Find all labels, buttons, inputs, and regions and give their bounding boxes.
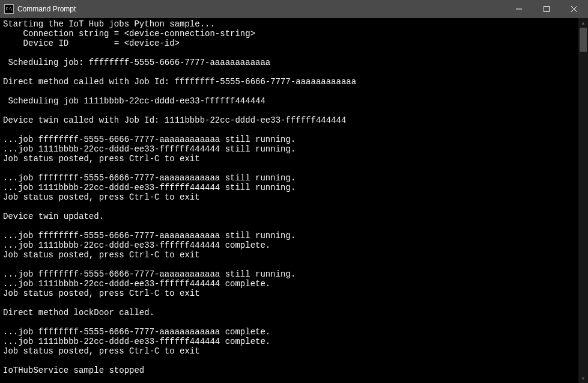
maximize-icon	[544, 6, 550, 12]
terminal-line	[3, 202, 588, 212]
terminal-line: ...job ffffffff-5555-6666-7777-aaaaaaaaa…	[3, 173, 588, 183]
terminal-line: ...job 1111bbbb-22cc-dddd-ee33-ffffff444…	[3, 144, 588, 154]
svg-rect-1	[544, 7, 550, 12]
app-icon-text: C:\	[5, 7, 12, 11]
terminal-line: ...job 1111bbbb-22cc-dddd-ee33-ffffff444…	[3, 183, 588, 192]
terminal-line: Connection string = <device-connection-s…	[3, 29, 588, 38]
terminal-line: Job status posted, press Ctrl-C to exit	[3, 346, 588, 356]
close-button[interactable]	[560, 0, 588, 18]
maximize-button[interactable]	[533, 0, 560, 18]
terminal-line: ...job ffffffff-5555-6666-7777-aaaaaaaaa…	[3, 269, 588, 279]
terminal-line: IoTHubService sample stopped	[3, 366, 588, 375]
terminal-line	[3, 221, 588, 231]
minimize-button[interactable]	[505, 0, 533, 18]
close-icon	[571, 6, 577, 12]
terminal-line	[3, 260, 588, 269]
terminal-line	[3, 106, 588, 115]
terminal-line	[3, 48, 588, 58]
chevron-down-icon: ▼	[582, 376, 585, 381]
terminal-line: ...job 1111bbbb-22cc-dddd-ee33-ffffff444…	[3, 337, 588, 346]
scrollbar-up-button[interactable]: ▲	[578, 18, 588, 28]
terminal-line: ...job ffffffff-5555-6666-7777-aaaaaaaaa…	[3, 135, 588, 144]
terminal-line: Device twin called with Job Id: 1111bbbb…	[3, 115, 588, 125]
terminal-line	[3, 298, 588, 308]
terminal-line	[3, 356, 588, 366]
terminal-line: Scheduling job: ffffffff-5555-6666-7777-…	[3, 58, 588, 67]
terminal-line	[3, 87, 588, 96]
terminal-line: ...job 1111bbbb-22cc-dddd-ee33-ffffff444…	[3, 241, 588, 250]
terminal-line: ...job 1111bbbb-22cc-dddd-ee33-ffffff444…	[3, 279, 588, 289]
terminal-line: Device twin updated.	[3, 212, 588, 221]
terminal-output[interactable]: Starting the IoT Hub jobs Python sample.…	[0, 18, 588, 383]
minimize-icon	[516, 6, 522, 12]
terminal-line: ...job ffffffff-5555-6666-7777-aaaaaaaaa…	[3, 231, 588, 241]
terminal-line: Job status posted, press Ctrl-C to exit	[3, 289, 588, 298]
app-icon[interactable]: C:\	[4, 4, 14, 14]
terminal-line: ...job ffffffff-5555-6666-7777-aaaaaaaaa…	[3, 327, 588, 337]
terminal-area: Starting the IoT Hub jobs Python sample.…	[0, 18, 588, 383]
terminal-line: Job status posted, press Ctrl-C to exit	[3, 250, 588, 260]
chevron-up-icon: ▲	[582, 20, 585, 26]
terminal-line	[3, 125, 588, 135]
window-title: Command Prompt	[17, 5, 505, 13]
scrollbar-thumb[interactable]	[580, 28, 587, 52]
terminal-line	[3, 317, 588, 327]
terminal-line: Job status posted, press Ctrl-C to exit	[3, 154, 588, 164]
terminal-line	[3, 164, 588, 173]
window-buttons	[505, 0, 588, 18]
terminal-line: Job status posted, press Ctrl-C to exit	[3, 192, 588, 202]
terminal-line: Starting the IoT Hub jobs Python sample.…	[3, 19, 588, 29]
terminal-line: Direct method lockDoor called.	[3, 308, 588, 317]
terminal-line: Direct method called with Job Id: ffffff…	[3, 77, 588, 87]
window-titlebar[interactable]: C:\ Command Prompt	[0, 0, 588, 18]
terminal-line: Device ID = <device-id>	[3, 38, 588, 48]
terminal-line	[3, 67, 588, 77]
vertical-scrollbar[interactable]: ▲ ▼	[578, 18, 588, 383]
scrollbar-down-button[interactable]: ▼	[578, 373, 588, 383]
terminal-line: Scheduling job 1111bbbb-22cc-dddd-ee33-f…	[3, 96, 588, 106]
